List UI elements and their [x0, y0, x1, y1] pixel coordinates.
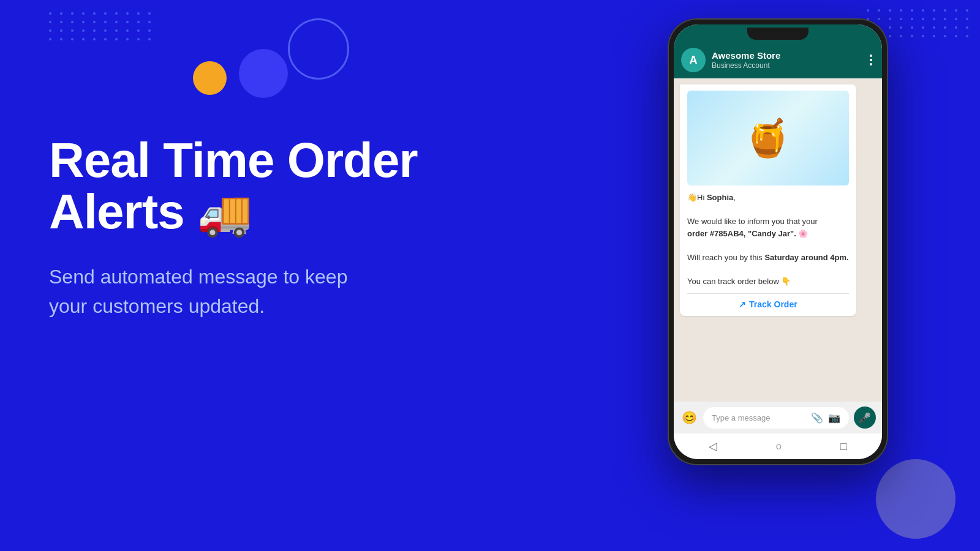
message-bubble: 🍯 👋Hi Sophia, We would like to inform yo…	[680, 84, 856, 316]
phone-outer: A Awesome Store Business Account 🍯	[668, 18, 888, 465]
store-name: Awesome Store	[712, 50, 861, 61]
track-line: You can track order below 👇	[687, 276, 849, 288]
track-btn-icon: ↗	[739, 299, 746, 309]
delivery-info: Will reach you by this Saturday around 4…	[687, 252, 849, 264]
phone-container: A Awesome Store Business Account 🍯	[668, 18, 888, 484]
phone-inner: A Awesome Store Business Account 🍯	[674, 24, 882, 459]
body-line1: We would like to inform you that your	[687, 216, 849, 228]
input-icons: 📎 📷	[811, 412, 840, 424]
customer-name: Sophia	[707, 193, 733, 202]
avatar: A	[681, 48, 706, 72]
deco-circle-outline	[288, 18, 349, 80]
camera-icon[interactable]: 📷	[828, 412, 840, 424]
track-btn-container: ↗ Track Order	[687, 293, 849, 310]
chat-area: 🍯 👋Hi Sophia, We would like to inform yo…	[674, 78, 882, 402]
message-text: 👋Hi Sophia, We would like to inform you …	[687, 192, 849, 287]
greeting-emoji: 👋	[687, 193, 697, 202]
phone-nav: ◁ ○ □	[674, 433, 882, 459]
account-type: Business Account	[712, 61, 861, 70]
emoji-button[interactable]: 😊	[680, 408, 698, 427]
subtitle-line2: your customers updated.	[49, 291, 447, 321]
order-emoji: 🌸	[798, 229, 808, 238]
back-button[interactable]: ◁	[709, 440, 717, 453]
subtitle: Send automated message to keep your cust…	[49, 262, 447, 321]
recent-button[interactable]: □	[840, 440, 847, 453]
wa-header-info: Awesome Store Business Account	[712, 50, 861, 70]
order-info: order #785AB4, "Candy Jar". 🌸	[687, 228, 849, 240]
product-image: 🍯	[687, 91, 849, 186]
order-bold: order #785AB4, "Candy Jar".	[687, 229, 796, 238]
track-emoji: 👇	[781, 277, 791, 286]
input-placeholder: Type a message	[712, 413, 770, 422]
notch	[747, 28, 809, 40]
wa-input-area: 😊 Type a message 📎 📷 🎤	[674, 402, 882, 433]
message-input[interactable]: Type a message 📎 📷	[703, 407, 849, 429]
title-line1: Real Time Order	[49, 135, 447, 186]
main-title: Real Time Order Alerts 🚚	[49, 135, 447, 238]
menu-dots-icon[interactable]	[867, 52, 875, 68]
jar-emoji: 🍯	[745, 116, 791, 160]
track-btn-label: Track Order	[749, 299, 797, 309]
subtitle-line1: Send automated message to keep	[49, 262, 447, 291]
status-bar	[674, 24, 882, 43]
track-order-button[interactable]: ↗ Track Order	[739, 299, 797, 309]
mic-button[interactable]: 🎤	[854, 407, 876, 429]
deco-circle-orange	[193, 61, 227, 95]
title-line2: Alerts 🚚	[49, 186, 447, 238]
dots-top-left	[49, 12, 153, 40]
home-button[interactable]: ○	[775, 440, 782, 453]
hi-text: Hi	[697, 193, 707, 202]
truck-emoji: 🚚	[197, 189, 252, 238]
attachment-icon[interactable]: 📎	[811, 412, 823, 424]
deco-circle-blue-solid	[239, 49, 288, 98]
left-content: Real Time Order Alerts 🚚 Send automated …	[49, 135, 447, 321]
wa-header: A Awesome Store Business Account	[674, 43, 882, 78]
